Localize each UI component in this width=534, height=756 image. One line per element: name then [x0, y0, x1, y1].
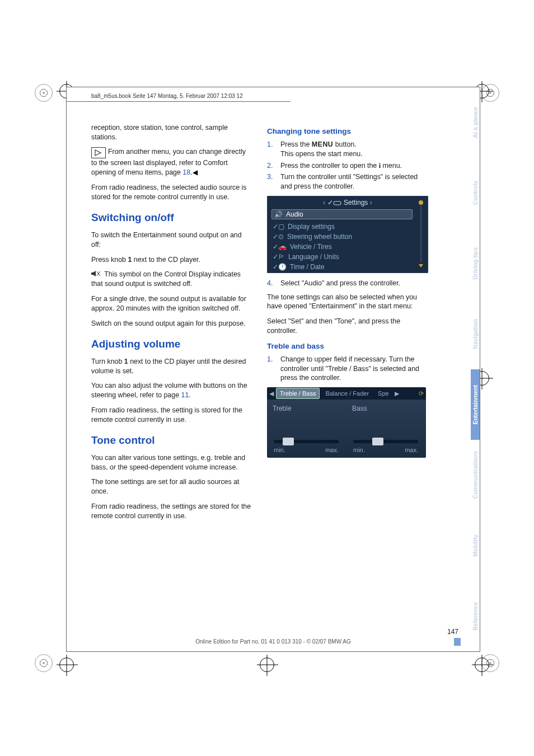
step-1: 1. Press the MENU button.This opens the …: [267, 140, 427, 158]
paragraph: The tone settings are set for all audio …: [91, 477, 251, 496]
ss2-tab-spe: Spe: [374, 388, 392, 399]
heading-changing-tone: Changing tone settings: [267, 126, 427, 137]
paragraph: Select "Set" and then "Tone", and press …: [267, 317, 427, 335]
paragraph: From radio readiness, the setting is sto…: [91, 406, 251, 424]
ss1-scrollbar: [418, 199, 424, 269]
crop-circle: [35, 84, 53, 102]
ss1-item-audio: 🔊Audio: [271, 209, 413, 219]
crop-circle: [35, 654, 53, 672]
ss2-tab-treble-bass: Treble / Bass: [276, 388, 320, 400]
tab-entertainment[interactable]: Entertainment: [471, 369, 480, 440]
paragraph: Switch on the sound output again for thi…: [91, 319, 251, 328]
crop-header: ba8_m5us.book Seite 147 Montag, 5. Febru…: [67, 87, 291, 102]
bass-slider-track: [353, 440, 418, 443]
step-2: 2. Press the controller to open the i me…: [267, 161, 427, 171]
idrive-treble-bass-screenshot: ◀ Treble / Bass Balance / Fader Spe ▶ ⟳ …: [267, 387, 426, 458]
tab-mobility[interactable]: Mobility: [471, 510, 480, 581]
column-left: reception, store station, tone control, …: [91, 123, 251, 526]
end-marker-icon: ◀: [193, 168, 198, 176]
heading-treble-bass: Treble and bass: [267, 341, 427, 351]
svg-rect-3: [334, 201, 341, 205]
svg-marker-6: [419, 264, 423, 267]
page-link-11[interactable]: 11: [181, 391, 189, 399]
paragraph: Press knob 1 next to the CD player.: [91, 255, 251, 265]
registration-mark: [260, 658, 274, 672]
ss1-item-vehicle: ✓🚗Vehicle / Tires: [273, 242, 413, 252]
mute-icon: [91, 270, 102, 280]
paragraph: You can alter various tone settings, e.g…: [91, 453, 251, 472]
note-icon: [91, 147, 106, 158]
paragraph: To switch the Entertainment sound output…: [91, 231, 251, 249]
bass-slider-handle: [372, 438, 383, 445]
heading-tone: Tone control: [91, 433, 251, 448]
section-tabs: At a glance Controls Driving tips Naviga…: [471, 87, 480, 651]
ss2-treble-panel: Treble min.max.: [267, 400, 346, 458]
tab-controls[interactable]: Controls: [471, 158, 480, 228]
step-tb1: 1.Change to upper field if necessary. Tu…: [267, 355, 427, 383]
heading-volume: Adjusting volume: [91, 337, 251, 351]
svg-rect-0: [91, 273, 93, 275]
tab-at-a-glance[interactable]: At a glance: [471, 87, 480, 158]
idrive-settings-screenshot: ‹ ✓ Settings › 🔊Audio ✓▢Display settings…: [267, 196, 428, 273]
paragraph: From radio readiness, the settings are s…: [91, 502, 251, 520]
paragraph: The tone settings can also be selected w…: [267, 293, 427, 311]
note-block: From another menu, you can change direct…: [91, 147, 251, 177]
tab-communications[interactable]: Communications: [471, 440, 480, 510]
footer-line: Online Edition for Part no. 01 41 0 013 …: [67, 638, 480, 645]
page-link-18[interactable]: 18: [182, 168, 190, 176]
paragraph: You can also adjust the volume with butt…: [91, 381, 251, 400]
steps-list-cont: 4.Select "Audio" and press the controlle…: [267, 279, 427, 288]
paragraph: Turn knob 1 next to the CD player until …: [91, 357, 251, 375]
page-frame: ba8_m5us.book Seite 147 Montag, 5. Febru…: [66, 87, 480, 652]
paragraph: reception, store station, tone control, …: [91, 123, 251, 142]
ss2-bass-panel: Bass min.max.: [346, 400, 426, 458]
steps-treble: 1.Change to upper field if necessary. Tu…: [267, 355, 427, 383]
svg-point-4: [419, 200, 423, 205]
tab-driving-tips[interactable]: Driving tips: [471, 228, 480, 299]
paragraph: This symbol on the Control Display indic…: [91, 270, 251, 289]
heading-switching: Switching on/off: [91, 210, 251, 225]
ss1-item-language: ✓🏳Language / Units: [273, 252, 413, 262]
ss1-item-time: ✓🕐Time / Date: [273, 262, 413, 272]
step-4: 4.Select "Audio" and press the controlle…: [267, 279, 427, 288]
treble-slider-handle: [283, 438, 294, 445]
ss1-item-steering: ✓⊙Steering wheel button: [273, 232, 413, 242]
page-number: 147: [447, 628, 458, 636]
registration-mark: [59, 658, 74, 672]
ss2-tab-balance-fader: Balance / Fader: [322, 388, 372, 399]
menu-button-label: MENU: [312, 140, 333, 148]
ss1-title: ‹ ✓ Settings ›: [267, 198, 428, 207]
note-text: From another menu, you can change direct…: [91, 148, 246, 176]
step-3: 3. Turn the controller until "Settings" …: [267, 172, 427, 191]
paragraph: From radio readiness, the selected audio…: [91, 183, 251, 201]
registration-mark: [475, 658, 489, 672]
tab-navigation[interactable]: Navigation: [471, 299, 480, 369]
ss1-item-display: ✓▢Display settings: [273, 222, 413, 232]
paragraph: For a single drive, the sound output is …: [91, 294, 251, 313]
column-right: Changing tone settings 1. Press the MENU…: [267, 123, 427, 526]
steps-list: 1. Press the MENU button.This opens the …: [267, 140, 427, 191]
ss2-tabbar: ◀ Treble / Bass Balance / Fader Spe ▶ ⟳: [267, 387, 426, 400]
